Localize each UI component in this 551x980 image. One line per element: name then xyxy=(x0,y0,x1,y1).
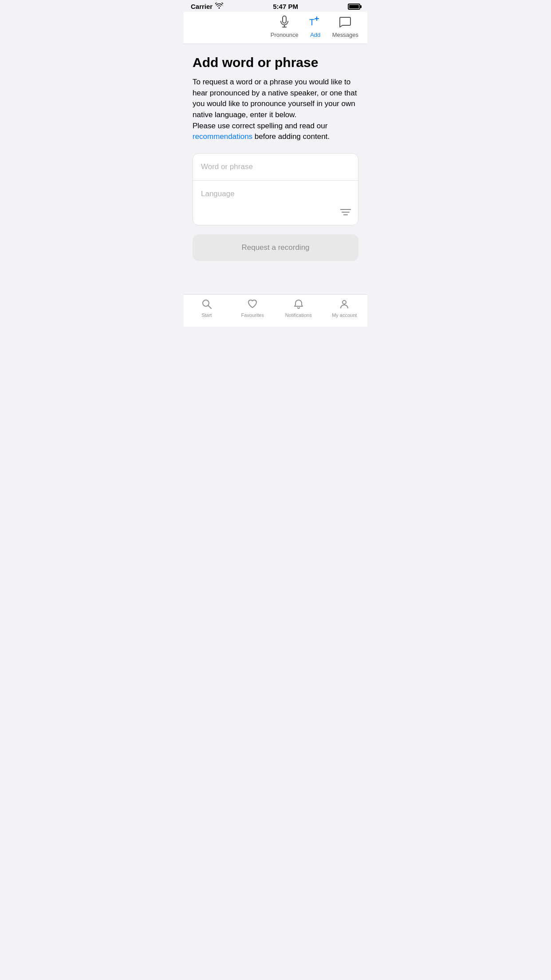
search-icon xyxy=(202,299,212,311)
bottom-tab-my-account-label: My account xyxy=(332,312,357,318)
carrier-info: Carrier xyxy=(191,3,223,10)
language-input[interactable] xyxy=(193,181,358,225)
page-description: To request a word or a phrase you would … xyxy=(193,77,358,142)
svg-line-10 xyxy=(208,306,211,309)
form-card xyxy=(193,153,358,225)
page-title: Add word or phrase xyxy=(193,55,358,71)
description-part3: before adding content. xyxy=(252,132,330,141)
person-icon xyxy=(339,299,349,311)
add-text-icon: T xyxy=(309,16,322,30)
bottom-tab-notifications-label: Notifications xyxy=(285,312,312,318)
wifi-icon xyxy=(215,3,223,10)
bottom-tab-bar: Start Favourites Notifications My accoun… xyxy=(184,294,367,327)
svg-point-11 xyxy=(342,300,346,304)
tab-add-label: Add xyxy=(310,32,320,38)
battery-icon xyxy=(348,4,360,10)
bell-icon xyxy=(294,299,303,311)
mic-icon xyxy=(279,16,290,30)
tab-pronounce-label: Pronounce xyxy=(271,32,299,38)
battery-area xyxy=(348,4,360,10)
filter-icon xyxy=(340,208,351,218)
recommendations-link[interactable]: recommendations xyxy=(193,132,252,141)
top-tab-bar: Pronounce T Add Messages xyxy=(184,12,367,44)
bottom-tab-favourites-label: Favourites xyxy=(241,312,264,318)
tab-add[interactable]: T Add xyxy=(309,16,322,38)
bottom-tab-start[interactable]: Start xyxy=(184,299,230,318)
heart-icon xyxy=(248,299,257,311)
bottom-tab-start-label: Start xyxy=(201,312,212,318)
svg-text:T: T xyxy=(309,17,315,27)
language-field xyxy=(193,181,358,225)
tab-messages[interactable]: Messages xyxy=(332,16,358,38)
tab-messages-label: Messages xyxy=(332,32,358,38)
bottom-tab-my-account[interactable]: My account xyxy=(322,299,368,318)
message-icon xyxy=(339,16,351,30)
carrier-text: Carrier xyxy=(191,3,213,10)
request-recording-button[interactable]: Request a recording xyxy=(193,234,358,261)
bottom-tab-favourites[interactable]: Favourites xyxy=(230,299,276,318)
time-display: 5:47 PM xyxy=(273,3,298,10)
svg-rect-0 xyxy=(283,16,286,23)
description-part2: Please use correct spelling and read our xyxy=(193,122,327,130)
tab-pronounce[interactable]: Pronounce xyxy=(271,16,299,38)
main-content: Add word or phrase To request a word or … xyxy=(184,44,367,294)
status-bar: Carrier 5:47 PM xyxy=(184,0,367,12)
word-phrase-input[interactable] xyxy=(193,154,358,180)
description-part1: To request a word or a phrase you would … xyxy=(193,78,357,119)
bottom-tab-notifications[interactable]: Notifications xyxy=(276,299,322,318)
